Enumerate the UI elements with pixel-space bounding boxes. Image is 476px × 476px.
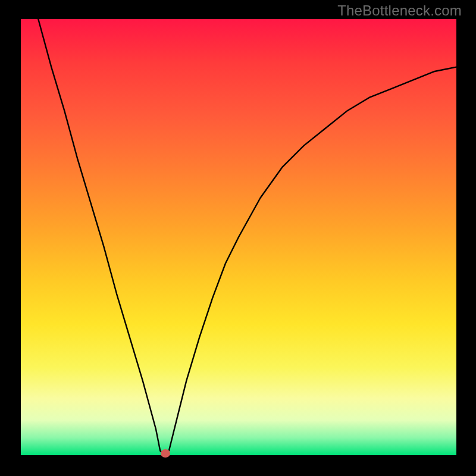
chart-frame: TheBottleneck.com — [0, 0, 476, 476]
watermark-text: TheBottleneck.com — [337, 2, 462, 19]
curve-path — [38, 19, 456, 455]
curve-layer — [21, 19, 456, 455]
minimum-marker — [161, 449, 170, 458]
